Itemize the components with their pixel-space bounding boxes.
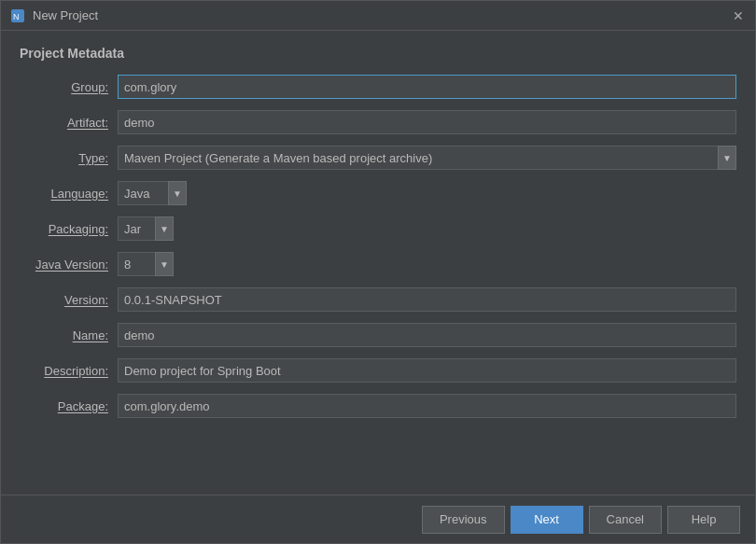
java-version-select-wrap: 8 11 17 21 ▼ bbox=[118, 252, 174, 276]
name-label: Name: bbox=[20, 328, 118, 342]
version-input[interactable] bbox=[118, 287, 736, 312]
app-icon: N bbox=[10, 8, 25, 23]
java-version-label: Java Version: bbox=[20, 258, 118, 272]
group-row: Group: bbox=[20, 74, 736, 100]
artifact-row: Artifact: bbox=[20, 109, 736, 135]
next-button[interactable]: Next bbox=[511, 506, 583, 534]
java-version-row: Java Version: 8 11 17 21 ▼ bbox=[20, 251, 736, 277]
java-version-select-inner: 8 11 17 21 ▼ bbox=[118, 252, 174, 276]
group-label: Group: bbox=[20, 80, 118, 94]
packaging-label: Packaging: bbox=[20, 222, 118, 236]
language-row: Language: Java Kotlin Groovy ▼ bbox=[20, 180, 736, 206]
package-label: Package: bbox=[20, 399, 118, 413]
description-row: Description: bbox=[20, 357, 736, 384]
package-row: Package: bbox=[20, 393, 736, 419]
dialog-footer: Previous Next Cancel Help bbox=[1, 495, 755, 543]
titlebar: N New Project ✕ bbox=[1, 1, 755, 31]
type-select[interactable]: Maven Project (Generate a Maven based pr… bbox=[118, 146, 736, 170]
dialog-content: Project Metadata Group: Artifact: Type: … bbox=[1, 31, 755, 495]
language-select[interactable]: Java Kotlin Groovy bbox=[118, 181, 187, 205]
java-version-select[interactable]: 8 11 17 21 bbox=[118, 252, 174, 276]
packaging-row: Packaging: Jar War ▼ bbox=[20, 216, 736, 242]
package-input[interactable] bbox=[118, 394, 736, 418]
version-label: Version: bbox=[20, 293, 118, 307]
name-input[interactable] bbox=[118, 323, 736, 347]
packaging-select-wrap: Jar War ▼ bbox=[118, 216, 174, 241]
help-button[interactable]: Help bbox=[667, 506, 740, 534]
packaging-select[interactable]: Jar War bbox=[118, 216, 174, 241]
group-input[interactable] bbox=[118, 75, 736, 99]
description-input[interactable] bbox=[118, 358, 736, 383]
language-select-inner: Java Kotlin Groovy ▼ bbox=[118, 181, 187, 205]
svg-text:N: N bbox=[13, 12, 20, 21]
language-label: Language: bbox=[20, 187, 118, 201]
section-title: Project Metadata bbox=[20, 46, 736, 61]
packaging-select-inner: Jar War ▼ bbox=[118, 216, 174, 241]
type-label: Type: bbox=[20, 151, 118, 165]
type-select-wrap: Maven Project (Generate a Maven based pr… bbox=[118, 146, 736, 170]
new-project-dialog: N New Project ✕ Project Metadata Group: … bbox=[0, 0, 756, 544]
artifact-label: Artifact: bbox=[20, 116, 118, 130]
name-row: Name: bbox=[20, 322, 736, 348]
artifact-input[interactable] bbox=[118, 110, 736, 134]
version-row: Version: bbox=[20, 286, 736, 313]
type-row: Type: Maven Project (Generate a Maven ba… bbox=[20, 145, 736, 171]
previous-button[interactable]: Previous bbox=[422, 506, 505, 534]
cancel-button[interactable]: Cancel bbox=[589, 506, 662, 534]
description-label: Description: bbox=[20, 364, 118, 378]
type-select-inner: Maven Project (Generate a Maven based pr… bbox=[118, 146, 736, 170]
language-select-wrap: Java Kotlin Groovy ▼ bbox=[118, 181, 187, 205]
dialog-title: New Project bbox=[33, 8, 731, 22]
close-button[interactable]: ✕ bbox=[731, 8, 746, 23]
